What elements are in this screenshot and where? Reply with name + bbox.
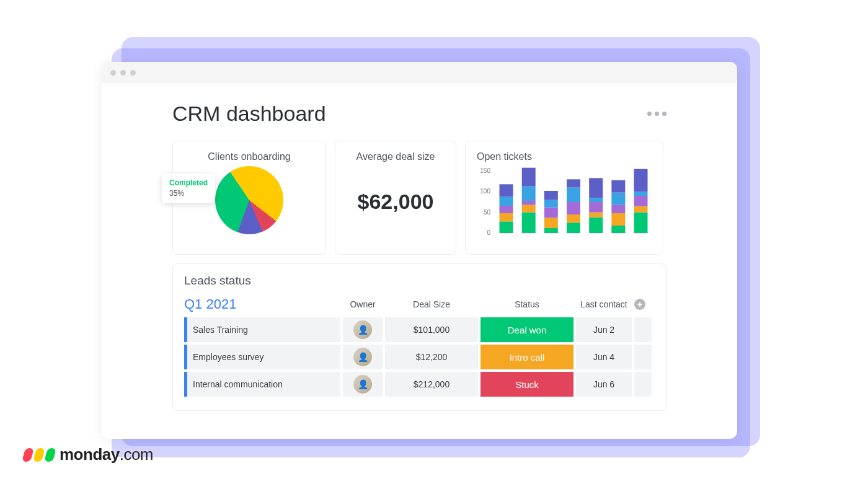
svg-rect-37 <box>634 192 648 196</box>
window-minimize-icon[interactable] <box>120 70 126 76</box>
lead-status-cell[interactable]: Intro call <box>480 345 574 369</box>
svg-rect-7 <box>500 196 513 206</box>
brand-dot-icon <box>22 448 33 462</box>
svg-rect-9 <box>522 213 536 233</box>
svg-text:150: 150 <box>480 167 490 174</box>
svg-rect-27 <box>589 198 603 202</box>
lead-status-cell[interactable]: Stuck <box>480 372 574 397</box>
svg-rect-32 <box>611 193 625 205</box>
table-row[interactable]: Employees survey 👤 $12,200 Intro call Ju… <box>184 345 655 369</box>
svg-rect-22 <box>567 188 580 202</box>
avatar: 👤 <box>353 348 372 366</box>
open-tickets-bar-chart: 050100150 <box>477 167 653 242</box>
svg-rect-14 <box>544 228 558 233</box>
column-header-deal-size: Deal Size <box>385 299 478 309</box>
svg-rect-33 <box>611 180 625 193</box>
lead-owner-cell[interactable]: 👤 <box>343 372 383 397</box>
svg-rect-21 <box>567 202 580 214</box>
lead-name-cell[interactable]: Sales Training <box>184 317 340 342</box>
svg-rect-30 <box>611 213 625 226</box>
svg-rect-16 <box>544 208 558 218</box>
card-title: Open tickets <box>477 151 652 162</box>
svg-rect-15 <box>544 218 558 228</box>
lead-owner-cell[interactable]: 👤 <box>343 345 383 369</box>
lead-name-cell[interactable]: Employees survey <box>184 345 340 369</box>
lead-last-contact-cell[interactable]: Jun 2 <box>576 317 632 342</box>
table-row[interactable]: Internal communication 👤 $212,000 Stuck … <box>184 372 655 397</box>
svg-rect-19 <box>567 222 580 233</box>
add-column-button[interactable]: + <box>634 299 645 310</box>
card-title: Clients onboarding <box>184 151 314 162</box>
lead-extra-cell[interactable] <box>634 345 652 369</box>
svg-rect-6 <box>500 206 513 213</box>
svg-rect-13 <box>522 168 536 187</box>
svg-rect-18 <box>544 191 558 200</box>
lead-name-cell[interactable]: Internal communication <box>184 372 340 397</box>
svg-rect-17 <box>544 200 558 208</box>
svg-rect-25 <box>589 213 603 218</box>
brand-logo: monday.com <box>24 445 153 464</box>
card-open-tickets[interactable]: Open tickets 050100150 <box>465 141 663 255</box>
lead-owner-cell[interactable]: 👤 <box>343 317 383 342</box>
table-row[interactable]: Sales Training 👤 $101,000 Deal won Jun 2 <box>184 317 655 342</box>
svg-rect-20 <box>567 214 580 222</box>
column-header-status: Status <box>480 299 574 309</box>
svg-rect-8 <box>500 184 513 196</box>
svg-rect-29 <box>611 226 625 233</box>
svg-rect-24 <box>589 218 603 233</box>
window-titlebar <box>102 62 737 83</box>
leads-title: Leads status <box>184 274 655 288</box>
svg-rect-11 <box>522 201 536 205</box>
lead-deal-size-cell[interactable]: $212,000 <box>385 372 478 397</box>
pie-tooltip: Completed 35% <box>162 174 215 203</box>
column-header-owner: Owner <box>343 299 383 309</box>
page-title: CRM dashboard <box>172 102 326 126</box>
svg-rect-12 <box>522 187 536 201</box>
window-maximize-icon[interactable] <box>130 70 136 76</box>
svg-rect-5 <box>500 213 513 221</box>
window-close-icon[interactable] <box>110 70 116 76</box>
svg-rect-26 <box>589 202 603 213</box>
avatar: 👤 <box>353 375 372 394</box>
pie-tooltip-label: Completed <box>169 178 208 187</box>
dashboard-content: CRM dashboard Clients onboarding Complet… <box>102 83 737 411</box>
card-leads-status: Leads status Q1 2021 Owner Deal Size Sta… <box>172 263 666 411</box>
column-header-last-contact: Last contact <box>576 299 632 309</box>
svg-text:50: 50 <box>484 209 491 216</box>
more-menu-icon[interactable] <box>647 112 666 116</box>
svg-text:0: 0 <box>487 229 490 236</box>
lead-last-contact-cell[interactable]: Jun 6 <box>576 372 632 397</box>
lead-extra-cell[interactable] <box>634 372 652 397</box>
svg-rect-38 <box>634 169 648 192</box>
svg-rect-34 <box>634 213 648 233</box>
card-clients-onboarding[interactable]: Clients onboarding Completed 35% <box>172 141 326 255</box>
onboarding-pie-chart <box>215 166 283 234</box>
leads-group-label[interactable]: Q1 2021 <box>184 296 340 312</box>
svg-rect-23 <box>567 179 580 187</box>
brand-dot-icon <box>44 448 56 462</box>
svg-rect-36 <box>634 196 648 206</box>
pie-tooltip-value: 35% <box>169 189 208 198</box>
lead-status-cell[interactable]: Deal won <box>480 317 574 342</box>
lead-extra-cell[interactable] <box>634 317 652 342</box>
card-title: Average deal size <box>347 151 445 162</box>
brand-text: monday.com <box>60 445 153 464</box>
svg-rect-10 <box>522 205 536 213</box>
svg-rect-31 <box>611 205 625 213</box>
app-window: CRM dashboard Clients onboarding Complet… <box>102 62 737 439</box>
lead-deal-size-cell[interactable]: $101,000 <box>385 317 478 342</box>
avatar: 👤 <box>353 320 372 339</box>
lead-deal-size-cell[interactable]: $12,200 <box>385 345 478 369</box>
lead-last-contact-cell[interactable]: Jun 4 <box>576 345 632 369</box>
brand-dot-icon <box>33 448 45 462</box>
average-deal-value: $62,000 <box>347 190 445 214</box>
svg-rect-28 <box>589 178 603 198</box>
svg-rect-4 <box>500 221 513 233</box>
svg-text:100: 100 <box>480 188 490 195</box>
svg-rect-35 <box>634 206 648 213</box>
card-average-deal-size[interactable]: Average deal size $62,000 <box>335 141 456 255</box>
